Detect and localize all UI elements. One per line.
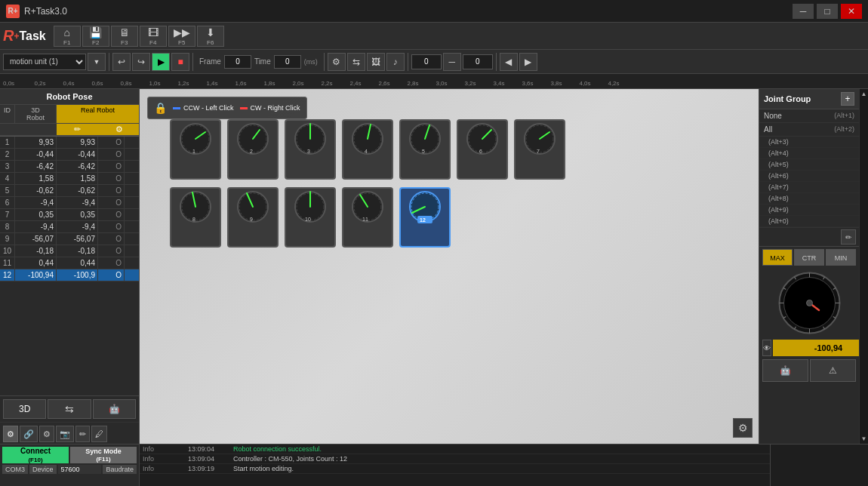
robot-action-button[interactable]: 🤖	[762, 359, 808, 382]
home-label: F1	[63, 39, 70, 46]
maximize-button[interactable]: □	[817, 4, 838, 19]
close-button[interactable]: ✕	[841, 4, 862, 19]
servo-8[interactable]: 8	[170, 187, 221, 248]
value-input[interactable]	[773, 340, 859, 356]
ctr-button[interactable]: CTR	[794, 249, 824, 266]
wand-button[interactable]: 🖊	[91, 426, 107, 442]
pose-row-9[interactable]: 9-56,07-56,07O	[0, 233, 139, 245]
pose-row-6[interactable]: 6-9,4-9,4O	[0, 197, 139, 209]
jg-item-none[interactable]: None (Alt+1)	[759, 109, 859, 123]
jg-shortcut-8: (Alt+8)	[768, 195, 789, 202]
connect-button[interactable]: Connect(F10)	[2, 447, 69, 463]
max-button[interactable]: MAX	[762, 249, 793, 266]
pose-row-2[interactable]: 2-0,44-0,44O	[0, 149, 139, 161]
sep2	[192, 53, 193, 71]
image-button[interactable]: 🖼	[367, 53, 385, 71]
redo-button[interactable]: ↪	[132, 53, 150, 71]
sync-mode-button[interactable]: Sync Mode(F11)	[70, 447, 137, 463]
jg-label-all: All	[764, 125, 772, 134]
pose-row-4[interactable]: 41,581,58O	[0, 173, 139, 185]
eye-button[interactable]: 👁	[762, 340, 771, 356]
jg-item-4[interactable]: (Alt+4)	[759, 148, 859, 159]
jg-item-8[interactable]: (Alt+8)	[759, 193, 859, 205]
pose-row-11[interactable]: 110,440,44O	[0, 257, 139, 269]
3d-button[interactable]: 3D	[3, 399, 46, 419]
servo-7[interactable]: 7	[514, 119, 565, 180]
ruler-mark-7: 1,4s	[198, 80, 226, 87]
jg-group-list: None (Alt+1) All (Alt+2) (Alt+3) (Alt+4)…	[759, 109, 859, 227]
servo-5[interactable]: 5	[399, 119, 451, 180]
link2-button[interactable]: 🔗	[20, 426, 38, 442]
svg-text:11: 11	[362, 217, 368, 222]
minimize-button[interactable]: ─	[793, 4, 814, 19]
speed-input-left[interactable]	[411, 54, 442, 69]
pose-row-1[interactable]: 19,939,93O	[0, 137, 139, 149]
pose-row-5[interactable]: 5-0,62-0,62O	[0, 185, 139, 197]
servo-2[interactable]: 2	[227, 119, 279, 180]
frame-input[interactable]	[224, 55, 251, 69]
jg-item-7[interactable]: (Alt+7)	[759, 182, 859, 193]
nav-left-button[interactable]: ◀	[500, 53, 518, 71]
warning-action-button[interactable]: ⚠	[810, 359, 856, 382]
jg-item-all[interactable]: All (Alt+2)	[759, 123, 859, 137]
settings2-button[interactable]: ⚙	[3, 426, 18, 442]
servo-6[interactable]: 6	[457, 119, 508, 180]
jg-item-5[interactable]: (Alt+5)	[759, 159, 859, 171]
servo-1[interactable]: 1	[170, 119, 221, 180]
film-button[interactable]: 🎞 F4	[140, 26, 167, 47]
jg-edit-button[interactable]: ✏	[841, 229, 856, 245]
mirror-button[interactable]: ⇆	[347, 53, 365, 71]
jg-item-9[interactable]: (Alt+9)	[759, 205, 859, 216]
pose-row-10[interactable]: 10-0,18-0,18O	[0, 245, 139, 257]
servo-9[interactable]: 9	[227, 187, 279, 248]
svg-text:12: 12	[420, 217, 426, 223]
speed-input-right[interactable]	[463, 54, 493, 69]
pose-row-7[interactable]: 70,350,35O	[0, 209, 139, 221]
pencil-button[interactable]: ✏	[75, 426, 90, 442]
ruler-mark-9: 1,8s	[255, 80, 284, 87]
play2-label: F5	[178, 39, 185, 46]
time-label: Time	[254, 57, 271, 66]
servo-12[interactable]: 12	[399, 187, 451, 248]
servo-11[interactable]: 11	[342, 187, 393, 248]
jg-item-6[interactable]: (Alt+6)	[759, 171, 859, 182]
jg-add-button[interactable]: +	[841, 92, 854, 106]
nav-right-button[interactable]: ▶	[519, 53, 537, 71]
min-button[interactable]: MIN	[826, 249, 856, 266]
play-button[interactable]: ▶	[152, 53, 170, 71]
ruler-mark-11: 2,2s	[312, 80, 341, 87]
servo-3[interactable]: 3	[285, 119, 336, 180]
speed-minus-button[interactable]: ─	[443, 53, 461, 71]
servo-4[interactable]: 4	[342, 119, 393, 180]
jg-item-0[interactable]: (Alt+0)	[759, 216, 859, 227]
sound-button[interactable]: ♪	[386, 53, 405, 71]
camera-button[interactable]: 📷	[56, 426, 74, 442]
pose-row-3[interactable]: 3-6,42-6,42O	[0, 161, 139, 173]
settings-button[interactable]: ⚙	[328, 53, 346, 71]
ruler-mark-15: 3,0s	[427, 80, 456, 87]
download-button[interactable]: ⬇ F6	[197, 26, 224, 47]
pose-row-8[interactable]: 8-9,4-9,4O	[0, 221, 139, 233]
canvas-settings-button[interactable]: ⚙	[733, 418, 753, 438]
link-button[interactable]: ⇆	[48, 399, 91, 419]
motion-unit-select[interactable]: motion unit (1)	[3, 54, 86, 70]
expand-button[interactable]: ▼	[88, 53, 106, 71]
ruler-mark-17: 3,4s	[485, 80, 513, 87]
config-button[interactable]: ⚙	[39, 426, 54, 442]
home-button[interactable]: ⌂ F1	[54, 26, 81, 47]
servo-10[interactable]: 10	[285, 187, 336, 248]
time-input[interactable]	[274, 55, 301, 69]
scroll-up-button[interactable]: ▲	[861, 91, 867, 97]
undo-button[interactable]: ↩	[112, 53, 131, 71]
robot-button[interactable]: 🤖	[93, 399, 136, 419]
play2-button[interactable]: ▶▶ F5	[168, 26, 195, 47]
screen-button[interactable]: 🖥 F3	[111, 26, 138, 47]
stop-button[interactable]: ■	[171, 53, 189, 71]
pose-row-12[interactable]: 12-100,94-100,9O	[0, 269, 139, 281]
ruler-mark-4: 0,8s	[112, 80, 140, 87]
screen-label: F3	[121, 39, 128, 46]
jg-item-3[interactable]: (Alt+3)	[759, 137, 859, 148]
file-button[interactable]: 💾 F2	[82, 26, 109, 47]
scroll-down-button[interactable]: ▼	[861, 435, 867, 442]
log-row-3: Info 13:09:19 Start motion editing.	[140, 464, 770, 474]
